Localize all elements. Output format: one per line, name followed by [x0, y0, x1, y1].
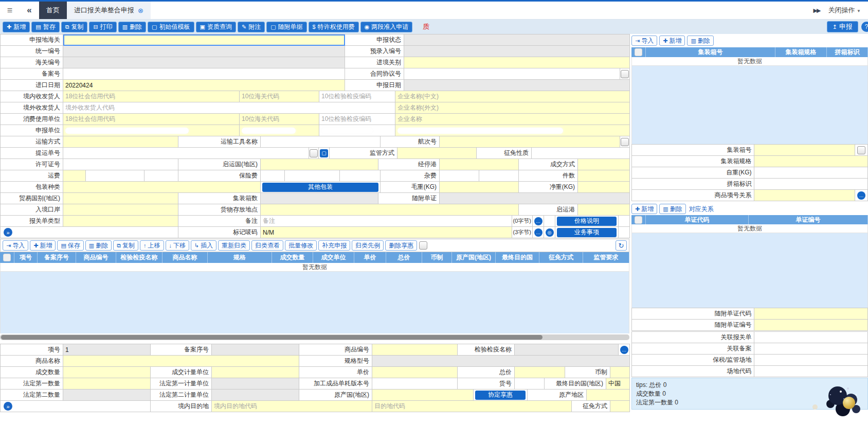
field-input[interactable]: 10位海关代码 — [240, 91, 319, 102]
copy-button[interactable]: ⧉复制 — [61, 22, 88, 32]
field-input[interactable] — [63, 148, 309, 159]
field-input[interactable] — [261, 159, 378, 170]
field-input[interactable] — [372, 390, 474, 401]
field-input[interactable] — [610, 401, 630, 412]
field-input[interactable] — [261, 170, 285, 182]
field-input[interactable]: 境外收发货人代码 — [63, 102, 395, 114]
select-all-checkbox[interactable] — [3, 254, 11, 261]
field-input[interactable] — [372, 367, 458, 378]
annotation-button[interactable]: ✎附注 — [238, 22, 265, 32]
temp-save-button[interactable]: ▤暂存 — [31, 22, 59, 32]
field-input[interactable] — [372, 378, 458, 390]
field-input[interactable]: 18位社会信用代码 — [63, 91, 240, 102]
field-input[interactable] — [754, 179, 868, 190]
classification-view-button[interactable]: 归类查看 — [251, 240, 283, 251]
field-input[interactable] — [404, 80, 630, 91]
agreement-preference-button[interactable]: 协定享惠 — [475, 391, 526, 400]
field-input[interactable] — [63, 216, 178, 227]
qualification-query-button[interactable]: ▣资质查询 — [196, 22, 236, 32]
dots-icon[interactable]: … — [620, 346, 628, 354]
field-input[interactable] — [63, 57, 345, 68]
other-packaging-button[interactable]: 其他包装 — [262, 183, 378, 192]
delete-button[interactable]: ▥删除 — [85, 240, 112, 251]
field-input[interactable]: 目的地代码 — [372, 401, 572, 412]
field-input[interactable] — [63, 68, 345, 80]
field-input[interactable]: 18位社会信用代码 — [63, 114, 240, 125]
field-input[interactable]: 境内目的地代码 — [212, 401, 372, 412]
field-input[interactable] — [372, 356, 630, 367]
field-input[interactable] — [754, 167, 868, 179]
move-up-button[interactable]: ↑上移 — [140, 240, 164, 251]
supplementary-declaration-button[interactable]: 补充申报 — [318, 240, 350, 251]
field-input[interactable] — [754, 343, 868, 355]
select-all-checkbox[interactable] — [635, 216, 642, 224]
field-input[interactable] — [578, 204, 630, 216]
field-input[interactable] — [404, 46, 630, 57]
field-input[interactable]: 1 — [63, 344, 151, 356]
print-button[interactable]: ⊟打印 — [89, 22, 116, 32]
copy-button[interactable]: ⧉复制 — [113, 240, 138, 251]
field-input[interactable] — [63, 46, 345, 57]
import-button[interactable]: ⇥导入 — [631, 36, 657, 46]
field-input[interactable] — [440, 136, 620, 148]
field-input[interactable] — [86, 170, 144, 182]
field-input[interactable] — [212, 378, 299, 390]
checkbox[interactable] — [857, 146, 865, 154]
reclassify-button[interactable]: 重新归类 — [218, 240, 250, 251]
accompanying-documents-button[interactable]: ▢随附单据 — [266, 22, 306, 32]
field-input[interactable] — [754, 332, 868, 343]
field-input[interactable] — [515, 378, 545, 390]
field-input[interactable]: 10位海关代码 — [240, 114, 319, 125]
field-input[interactable] — [212, 344, 299, 356]
price-note-button[interactable]: 价格说明 — [557, 217, 617, 226]
field-input[interactable] — [754, 320, 868, 331]
field-input[interactable] — [63, 159, 178, 170]
target-icon[interactable]: ◎ — [546, 228, 554, 237]
select-all-checkbox[interactable] — [635, 48, 642, 56]
field-input[interactable] — [63, 34, 345, 46]
field-input[interactable] — [63, 204, 178, 216]
field-input[interactable] — [340, 170, 381, 182]
field-input[interactable] — [63, 182, 261, 193]
field-input[interactable] — [404, 68, 620, 80]
field-input[interactable] — [440, 193, 630, 204]
scroll-tabs-right-icon[interactable]: ▶▶ — [813, 7, 820, 14]
field-input[interactable]: 中国 — [606, 378, 630, 390]
menu-icon[interactable]: ≡ — [0, 2, 20, 19]
field-input[interactable] — [63, 390, 151, 401]
refresh-button[interactable]: ↻ — [616, 240, 627, 251]
field-input[interactable] — [440, 182, 519, 193]
field-input[interactable]: 20220424 — [63, 80, 345, 91]
field-input[interactable] — [319, 125, 395, 136]
checkbox[interactable] — [621, 138, 629, 146]
field-input[interactable] — [261, 136, 381, 148]
field-input[interactable]: 企业名称(中文) — [395, 91, 630, 102]
field-input[interactable] — [63, 193, 178, 204]
field-input[interactable] — [372, 344, 458, 356]
field-input[interactable] — [610, 367, 630, 378]
save-button[interactable]: ▤保存 — [57, 240, 83, 251]
field-input[interactable] — [212, 367, 299, 378]
close-tab-icon[interactable]: ⊗ — [138, 7, 143, 14]
field-input[interactable] — [578, 182, 630, 193]
two-stage-access-button[interactable]: ◉两段准入申请 — [360, 22, 413, 32]
field-input[interactable]: 企业名称(外文) — [395, 102, 630, 114]
royalty-fee-button[interactable]: $特许权使用费 — [309, 22, 359, 32]
business-matters-button[interactable]: 业务事项 — [557, 228, 617, 237]
tab-home[interactable]: 首页 — [39, 2, 67, 19]
field-input[interactable] — [397, 148, 477, 159]
initial-template-button[interactable]: ▢初始值模板 — [148, 22, 194, 32]
correspondence-link[interactable]: 对应关系 — [689, 205, 714, 214]
field-input[interactable]: 10位检验检疫编码 — [319, 114, 395, 125]
field-input[interactable] — [754, 308, 868, 320]
insert-button[interactable]: ↳插入 — [191, 240, 216, 251]
delete-preference-button[interactable]: 删除享惠 — [385, 240, 417, 251]
scroll-tabs-left-icon[interactable]: « — [20, 2, 39, 19]
field-input[interactable] — [440, 170, 479, 182]
delete-button[interactable]: ▥删除 — [687, 36, 713, 46]
add-button[interactable]: ✚新增 — [659, 36, 685, 46]
doc-icon[interactable]: ▢ — [320, 149, 328, 157]
tab-import-declaration[interactable]: 进口报关单整合申报 ⊗ — [67, 2, 151, 19]
field-input[interactable] — [63, 170, 86, 182]
field-input[interactable] — [395, 125, 630, 136]
